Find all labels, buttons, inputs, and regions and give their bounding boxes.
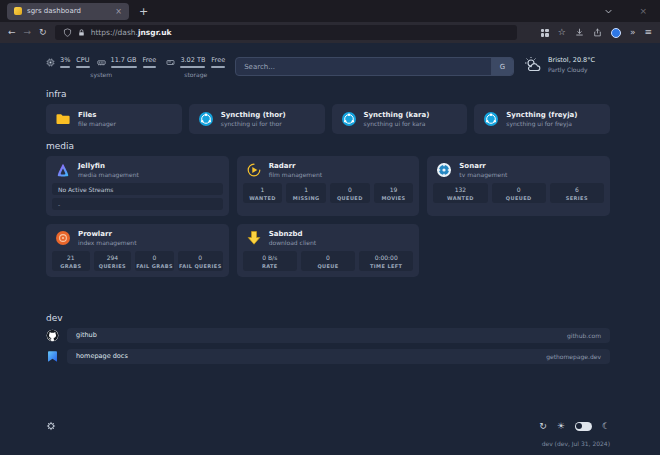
tab-title: sgrs dashboard [27,7,110,15]
card-name: Files [78,111,116,119]
window-close-icon[interactable]: × [639,6,647,16]
new-tab-button[interactable]: + [135,5,152,18]
bookmark-row-homepage-docs: homepage docs gethomepage.dev [46,349,610,364]
tab-close-icon[interactable]: × [115,7,122,16]
card-name: Sonarr [459,162,507,170]
search-box: G [235,57,514,76]
card-desc: syncthing ui for freyja [506,120,577,127]
shield-icon[interactable] [63,28,72,37]
url-bar[interactable]: https://dash.jnsgr.uk [55,25,517,40]
card-radarr[interactable]: Radarr film management 1WANTED 1MISSING … [237,156,420,216]
bookmark-flag-icon [46,350,59,363]
card-jellyfin[interactable]: Jellyfin media management No Active Stre… [46,156,229,216]
card-name: Prowlarr [78,230,137,238]
syncthing-icon [483,111,499,127]
card-name: Radarr [269,162,322,170]
settings-gear-icon[interactable] [46,421,56,431]
search-input[interactable] [236,63,491,71]
github-icon [46,329,59,342]
stat-box: 0QUEUED [492,183,546,203]
infra-grid: Files file manager Syncthing (thor) sync… [46,104,610,134]
bookmark-url: github.com [567,332,601,339]
bookmark-homepage-docs[interactable]: homepage docs gethomepage.dev [67,349,610,364]
browser-tab-bar: sgrs dashboard × + × [0,0,660,22]
syncthing-icon [341,111,357,127]
stat-box: 1WANTED [243,183,283,203]
card-desc: tv management [459,171,507,178]
partly-cloudy-icon [524,57,542,73]
theme-toggle[interactable] [575,422,592,431]
onepassword-extension-icon[interactable] [611,28,621,38]
stat-box: 21GRABS [52,251,90,271]
toolbar-overflow-icon[interactable]: » [630,28,636,37]
bookmark-github[interactable]: github github.com [67,328,610,343]
prowlarr-icon [55,230,71,246]
dashboard-footer: ↻ ☀ ☾ [46,421,610,431]
weather-widget[interactable]: Bristol, 20.8°C Partly Cloudy [524,56,610,73]
section-title-media: media [46,141,610,151]
stat-box: 0FAIL GRABS [135,251,174,271]
list-tabs-chevron-icon[interactable] [604,7,613,16]
radarr-icon [246,162,262,178]
storage-group-label: storage [166,71,225,78]
refresh-icon[interactable]: ↻ [539,422,547,431]
card-name: Jellyfin [78,162,139,170]
section-title-infra: infra [46,89,610,99]
browser-toolbar: ← → ↻ https://dash.jnsgr.uk ☆ » ≡ [0,22,660,43]
version-text: dev (dev, Jul 31, 2024) [46,440,610,447]
cpu-label: CPU [76,56,89,64]
card-syncthing-kara[interactable]: Syncthing (kara) syncthing ui for kara [332,104,468,134]
card-syncthing-thor[interactable]: Syncthing (thor) syncthing ui for thor [189,104,325,134]
light-mode-sun-icon[interactable]: ☀ [557,422,565,431]
dashboard-page: 3% CPU 11.7 GB Free system [0,43,660,455]
reload-button[interactable]: ↻ [39,28,47,37]
stat-box: 6SERIES [550,183,604,203]
menu-hamburger-icon[interactable]: ≡ [644,28,652,37]
stat-box: 294QUERIES [94,251,132,271]
card-desc: syncthing ui for thor [221,120,286,127]
card-sabnzbd[interactable]: Sabnzbd download client 0 B/sRATE 0QUEUE… [237,224,420,277]
syncthing-icon [198,111,214,127]
bookmark-name: homepage docs [76,352,128,360]
card-desc: file manager [78,120,116,127]
lock-icon [77,28,86,37]
storage-widget: 3.02 TB Free storage [166,56,225,78]
bookmark-url: gethomepage.dev [546,353,601,360]
cpu-value: 3% [60,56,70,64]
stat-box: 0FAIL QUERIES [178,251,223,271]
extensions-grid-icon[interactable] [541,29,549,37]
media-grid-row1: Jellyfin media management No Active Stre… [46,156,610,216]
download-icon[interactable] [575,28,584,37]
ram-value: 11.7 GB [111,56,137,64]
card-name: Syncthing (freyja) [506,111,577,119]
tab-favicon-icon [14,7,22,15]
share-icon[interactable] [593,28,602,37]
sonarr-icon [436,162,452,178]
disk-icon [166,58,175,67]
stat-box: 0 B/sRATE [243,251,297,271]
dark-mode-moon-icon[interactable]: ☾ [602,422,610,431]
card-desc: media management [78,171,139,178]
stat-box: 19MOVIES [374,183,414,203]
forward-button[interactable]: → [24,28,32,37]
back-button[interactable]: ← [8,28,16,37]
card-syncthing-freyja[interactable]: Syncthing (freyja) syncthing ui for frey… [474,104,610,134]
browser-tab[interactable]: sgrs dashboard × [7,3,129,20]
card-files[interactable]: Files file manager [46,104,182,134]
card-name: Syncthing (kara) [364,111,430,119]
card-desc: index management [78,239,137,246]
system-resources-widget: 3% CPU 11.7 GB Free system [46,56,156,78]
card-prowlarr[interactable]: Prowlarr index management 21GRABS 294QUE… [46,224,229,277]
card-sonarr[interactable]: Sonarr tv management 132WANTED 0QUEUED 6… [427,156,610,216]
card-desc: film management [269,171,322,178]
system-group-label: system [46,71,156,78]
memory-icon [97,58,106,67]
search-provider-button[interactable]: G [491,58,513,75]
ram-label: Free [143,56,157,64]
stat-box: 0QUEUED [330,183,370,203]
stat-box: 0:00:00TIME LEFT [359,251,413,271]
bookmark-star-icon[interactable]: ☆ [558,28,566,37]
jellyfin-streams-row: No Active Streams [52,183,223,195]
weather-location: Bristol, 20.8°C [548,56,595,64]
media-grid-row2: Prowlarr index management 21GRABS 294QUE… [46,224,610,277]
